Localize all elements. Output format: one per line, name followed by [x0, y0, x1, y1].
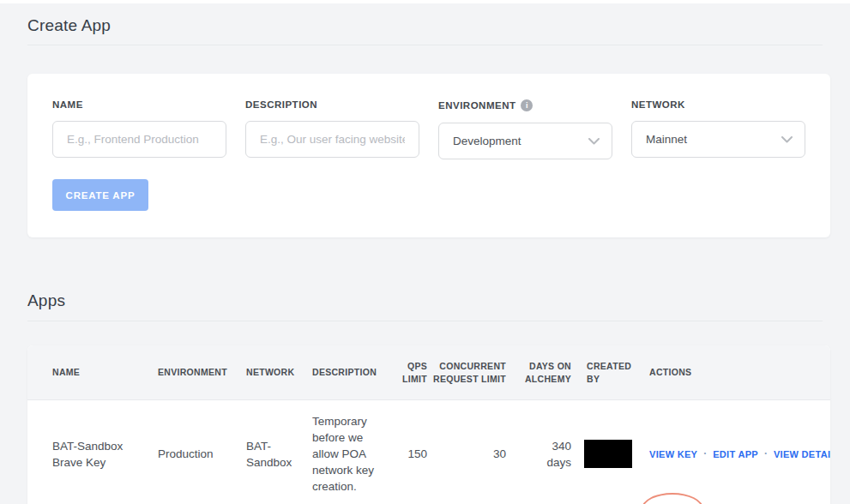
cell-environment: Production [158, 446, 246, 462]
name-label: NAME [52, 99, 226, 110]
environment-selected-value: Development [453, 135, 521, 147]
header-concurrent-request-limit: CONCURRENT REQUEST LIMIT [427, 360, 506, 386]
network-label-text: NETWORK [631, 99, 685, 110]
name-label-text: NAME [52, 99, 83, 110]
cell-concurrent-request-limit: 30 [427, 446, 506, 462]
header-description: DESCRIPTION [312, 366, 388, 379]
create-app-form-card: NAME DESCRIPTION ENVIRONMENT i Developme… [27, 74, 830, 237]
section-divider [27, 45, 823, 45]
header-qps-limit: QPS LIMIT [388, 360, 427, 386]
top-white-strip [0, 0, 850, 3]
network-label: NETWORK [631, 99, 805, 110]
environment-label-text: ENVIRONMENT [438, 100, 515, 111]
name-field-group: NAME [52, 99, 226, 158]
header-actions: ACTIONS [639, 366, 830, 379]
action-separator-dot: · [703, 447, 707, 459]
apps-section-title: Apps [27, 291, 65, 310]
chevron-down-icon [588, 138, 600, 145]
network-select[interactable]: Mainnet [631, 121, 805, 158]
description-label-text: DESCRIPTION [245, 99, 317, 110]
edit-app-link[interactable]: EDIT APP [713, 449, 758, 459]
environment-label: ENVIRONMENT i [438, 99, 612, 111]
table-row: BAT-Sandbox Brave Key Production BAT-San… [27, 400, 830, 504]
environment-field-group: ENVIRONMENT i Development [438, 99, 612, 159]
header-name: NAME [27, 366, 158, 379]
view-details-link[interactable]: VIEW DETAILS [774, 449, 830, 459]
created-by-redaction-box [584, 440, 632, 468]
network-selected-value: Mainnet [646, 133, 687, 146]
cell-days-on-alchemy: 340 days [506, 438, 571, 471]
network-field-group: NETWORK Mainnet [631, 99, 805, 158]
description-input[interactable] [245, 121, 419, 158]
apps-table-card: NAME ENVIRONMENT NETWORK DESCRIPTION QPS… [27, 345, 830, 504]
header-days-on-alchemy: DAYS ON ALCHEMY [506, 360, 571, 386]
chevron-down-icon [781, 136, 793, 143]
view-key-link[interactable]: VIEW KEY [649, 449, 697, 459]
description-field-group: DESCRIPTION [245, 99, 419, 158]
info-icon[interactable]: i [521, 99, 533, 111]
header-network: NETWORK [246, 366, 312, 379]
cell-network: BAT-Sandbox [246, 438, 312, 471]
view-key-annotation-ellipse [642, 493, 703, 504]
cell-qps-limit: 150 [388, 446, 427, 462]
create-app-button[interactable]: CREATE APP [52, 179, 148, 211]
header-created-by: CREATED BY [571, 360, 639, 386]
environment-select[interactable]: Development [438, 123, 612, 159]
cell-created-by [571, 440, 639, 468]
cell-actions: VIEW KEY·EDIT APP·VIEW DETAILS [639, 446, 830, 463]
name-input[interactable] [52, 121, 226, 158]
create-app-section-title: Create App [27, 16, 111, 35]
description-label: DESCRIPTION [245, 99, 419, 110]
cell-app-name: BAT-Sandbox Brave Key [27, 438, 158, 471]
apps-table-header-row: NAME ENVIRONMENT NETWORK DESCRIPTION QPS… [27, 345, 830, 400]
action-separator-dot: · [764, 447, 768, 459]
cell-description: Temporary before we allow POA network ke… [312, 413, 388, 495]
header-environment: ENVIRONMENT [158, 366, 246, 379]
section-divider [27, 321, 823, 321]
